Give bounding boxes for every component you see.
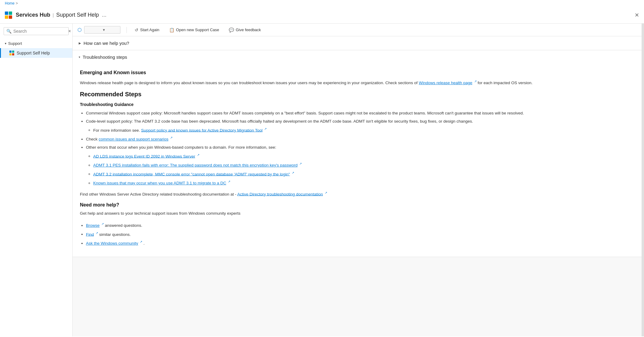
ask-community-link[interactable]: Ask the Windows community <box>86 241 138 246</box>
dropdown-chevron-icon[interactable]: ▾ <box>103 28 118 32</box>
home-link[interactable]: Home <box>5 1 15 5</box>
open-case-label: Open new Support Case <box>176 28 219 32</box>
find-other-text: Find other Windows Server Active Directo… <box>80 190 634 197</box>
sub-list-1: For more information see. Support policy… <box>86 126 634 134</box>
toolbar-flow-group: ⬡ ▾ <box>77 26 120 34</box>
support-self-help-logo <box>9 51 14 55</box>
breadcrumb-chevron: > <box>16 1 18 5</box>
known-issues-link[interactable]: Known issues that may occur when you use… <box>93 181 226 185</box>
emerging-title: Emerging and Known issues <box>80 70 634 75</box>
ext-icon-1: ↗ <box>474 80 477 83</box>
community-list: Browse ↗ answered questions. Find ↗ simi… <box>80 221 634 247</box>
start-again-label: Start Again <box>140 28 159 32</box>
sub-link-4: Known issues that may occur when you use… <box>93 179 634 187</box>
recommended-title: Recommended Steps <box>80 91 634 98</box>
accordion-header-troubleshooting[interactable]: ▾ Troubleshooting steps <box>73 50 642 64</box>
search-input[interactable] <box>13 29 66 34</box>
sub-link-2: ADMT 3.1 PES installation fails with err… <box>93 161 634 169</box>
need-help-text: Get help and answers to your technical s… <box>80 210 634 217</box>
sidebar: 🔍 ✕ « ▾ Support Support Self Help <box>0 24 73 336</box>
browse-item: Browse ↗ answered questions. <box>86 221 634 229</box>
clear-icon[interactable]: ✕ <box>68 29 71 33</box>
accordion-troubleshooting: ▾ Troubleshooting steps Emerging and Kno… <box>73 50 642 257</box>
ext-icon-3: ↗ <box>170 136 172 139</box>
ellipsis-menu[interactable]: ... <box>102 12 107 18</box>
sidebar-item-label: Support Self Help <box>17 51 50 55</box>
app-title: Services Hub <box>16 12 50 18</box>
sub-item-1: For more information see. Support policy… <box>93 126 634 134</box>
chevron-down-icon-2: ▾ <box>79 55 80 59</box>
chevron-down-icon: ▾ <box>5 42 6 45</box>
bullet-item-4: Other errors that occur when you join Wi… <box>86 144 634 187</box>
bullet-item-3: Check common issues and support scenario… <box>86 135 634 143</box>
admt31-link[interactable]: ADMT 3.1 PES installation fails with err… <box>93 163 297 167</box>
guidance-list: Commercial Windows support case policy: … <box>80 110 634 187</box>
app-logo <box>5 12 12 19</box>
scrollbar[interactable] <box>642 24 644 336</box>
find-item: Find ↗ similar questions. <box>86 230 634 238</box>
sub-link-3: ADMT 3.2 installation incomplete, MMC co… <box>93 170 634 178</box>
toolbar-dropdown[interactable]: ▾ <box>84 26 120 34</box>
open-case-icon: 📋 <box>169 28 174 32</box>
accordion-header-how-help[interactable]: ▶ How can we help you? <box>73 36 642 50</box>
ad-lds-link[interactable]: AD LDS instance logs Event ID 2092 in Wi… <box>93 154 195 158</box>
accordion-how-help: ▶ How can we help you? <box>73 36 642 50</box>
close-button[interactable]: ✕ <box>635 12 639 18</box>
breadcrumb: Home > <box>0 0 644 7</box>
sub-list-2: AD LDS instance logs Event ID 2092 in Wi… <box>86 152 634 187</box>
admt32-link[interactable]: ADMT 3.2 installation incomplete, MMC co… <box>93 172 290 176</box>
start-again-button[interactable]: ↺ Start Again <box>133 26 161 34</box>
content-area: ▶ How can we help you? ▾ Troubleshooting… <box>73 36 642 336</box>
admt-policy-link[interactable]: Support policy and known issues for Acti… <box>141 128 262 132</box>
title-separator: | <box>53 13 54 18</box>
windows-health-link[interactable]: Windows release health page <box>419 81 472 85</box>
title-bar: Services Hub | Support Self Help ... ✕ <box>0 7 644 24</box>
feedback-icon: 💬 <box>229 28 234 32</box>
app-layout: 🔍 ✕ « ▾ Support Support Self Help ⬡ <box>0 24 644 336</box>
sidebar-section-support[interactable]: ▾ Support <box>0 39 72 48</box>
bullet-item-2: Code-level support policy: The ADMT 3.2 … <box>86 118 634 134</box>
ad-troubleshooting-link[interactable]: Active Directory troubleshooting documen… <box>237 192 323 196</box>
sidebar-item-support-self-help[interactable]: Support Self Help <box>0 48 72 58</box>
find-link[interactable]: Find <box>86 232 94 236</box>
chevron-right-icon: ▶ <box>79 41 81 45</box>
need-help-title: Need more help? <box>80 202 634 208</box>
bullet-item-1: Commercial Windows support case policy: … <box>86 110 634 117</box>
common-issues-link[interactable]: common issues and support scenarios <box>99 137 168 141</box>
main-area: ⬡ ▾ ↺ Start Again 📋 Open new Support Cas… <box>73 24 642 336</box>
open-case-button[interactable]: 📋 Open new Support Case <box>167 26 221 34</box>
emerging-text: Windows release health page is designed … <box>80 79 634 86</box>
toolbar: ⬡ ▾ ↺ Start Again 📋 Open new Support Cas… <box>73 24 642 36</box>
browse-link[interactable]: Browse <box>86 223 100 228</box>
toolbar-divider-1 <box>126 27 127 33</box>
accordion-title-troubleshooting: Troubleshooting steps <box>83 55 127 60</box>
flow-icon: ⬡ <box>77 27 82 33</box>
search-bar[interactable]: 🔍 ✕ « <box>4 27 69 35</box>
guidance-title: Troubleshooting Guidance <box>80 102 634 107</box>
search-icon: 🔍 <box>6 29 12 34</box>
start-again-icon: ↺ <box>135 28 138 32</box>
ask-community-item: Ask the Windows community ↗ . <box>86 239 634 247</box>
troubleshooting-content: Emerging and Known issues Windows releas… <box>73 64 642 257</box>
give-feedback-button[interactable]: 💬 Give feedback <box>227 26 263 34</box>
app-subtitle: Support Self Help <box>56 12 99 18</box>
accordion-title-how-help: How can we help you? <box>84 41 129 46</box>
sub-link-1: AD LDS instance logs Event ID 2092 in Wi… <box>93 152 634 160</box>
sidebar-section-label: Support <box>8 41 22 46</box>
give-feedback-label: Give feedback <box>236 28 261 32</box>
ext-icon-2: ↗ <box>264 127 267 131</box>
